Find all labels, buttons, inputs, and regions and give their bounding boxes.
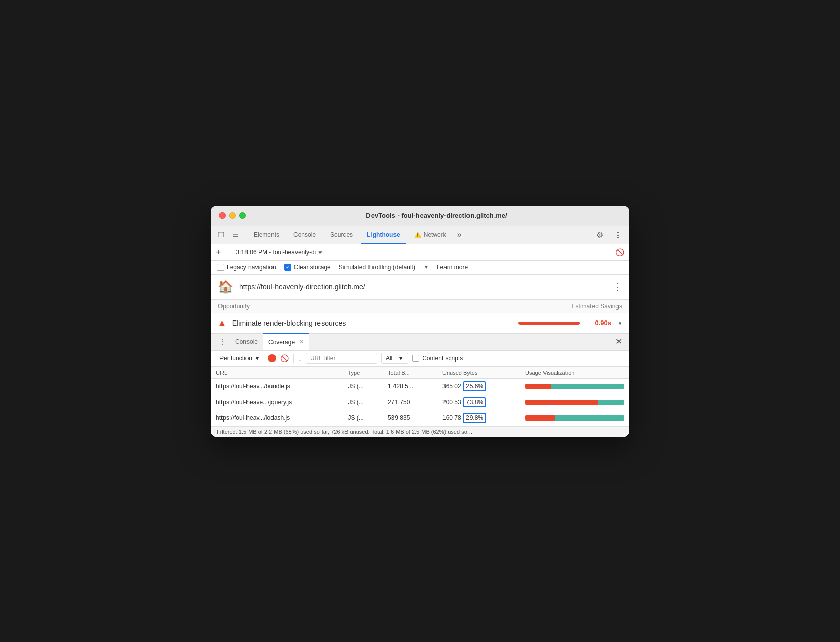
url-filter-input[interactable] <box>306 353 377 364</box>
more-options-icon[interactable]: ⋮ <box>611 228 625 242</box>
table-row[interactable]: https://foul-heave.../jquery.js JS (... … <box>211 394 629 410</box>
more-tabs-button[interactable]: » <box>454 230 465 239</box>
type-filter-select[interactable]: All ▼ <box>381 353 408 364</box>
viz-bar <box>525 384 624 389</box>
estimated-savings-label: Estimated Savings <box>572 303 622 310</box>
tab-bar: ❐ ▭ Elements Console Sources Lighthouse … <box>211 226 629 244</box>
tab-network[interactable]: Network <box>408 226 452 244</box>
devtools-body: ❐ ▭ Elements Console Sources Lighthouse … <box>211 226 629 437</box>
legacy-nav-checkbox-box[interactable] <box>217 264 224 271</box>
cell-viz <box>520 378 629 394</box>
panel-tab-console[interactable]: Console <box>230 333 263 350</box>
lighthouse-more-button[interactable]: ⋮ <box>613 281 622 292</box>
maximize-button[interactable] <box>239 212 246 219</box>
toolbar-url-display: 3:18:06 PM - foul-heavenly-di ▼ <box>236 249 611 256</box>
audit-header: Opportunity Estimated Savings <box>211 300 629 313</box>
tab-sources[interactable]: Sources <box>324 226 359 244</box>
lighthouse-icon: 🏠 <box>218 280 233 294</box>
panel-tab-coverage[interactable]: Coverage ✕ <box>263 333 309 350</box>
window-title: DevTools - foul-heavenly-direction.glitc… <box>252 212 621 219</box>
coverage-tab-close[interactable]: ✕ <box>299 339 304 345</box>
viz-bar <box>525 400 624 405</box>
cell-type: JS (... <box>343 410 383 426</box>
viz-used <box>551 384 624 389</box>
stop-button[interactable]: 🚫 <box>280 354 289 363</box>
per-function-dropdown-icon: ▼ <box>254 355 260 362</box>
device-icon[interactable]: ▭ <box>229 229 241 241</box>
audit-warning-icon: ▲ <box>218 318 226 328</box>
close-button[interactable] <box>219 212 226 219</box>
viz-unused <box>525 384 551 389</box>
clear-storage-checkbox[interactable]: ✓ Clear storage <box>284 264 331 271</box>
col-total[interactable]: Total B... <box>383 367 437 379</box>
minimize-button[interactable] <box>229 212 236 219</box>
content-scripts-cb-box[interactable] <box>412 355 419 362</box>
devtools-window: DevTools - foul-heavenly-direction.glitc… <box>211 206 629 437</box>
audit-expand-chevron[interactable]: ∧ <box>617 319 622 327</box>
status-bar: Filtered: 1.5 MB of 2.2 MB (68%) used so… <box>211 426 629 437</box>
tab-settings-area: ⚙ ⋮ <box>592 228 625 242</box>
options-bar: Legacy navigation ✓ Clear storage Simula… <box>211 261 629 275</box>
coverage-table: URL Type Total B... Unused Bytes Usage V… <box>211 367 629 426</box>
url-dropdown-icon[interactable]: ▼ <box>318 250 323 255</box>
audit-time: 0.90s <box>586 319 611 327</box>
all-select-text[interactable]: All ▼ <box>381 353 408 364</box>
coverage-divider <box>293 354 294 363</box>
audit-row[interactable]: ▲ Eliminate render-blocking resources 0.… <box>211 313 629 333</box>
learn-more-link[interactable]: Learn more <box>437 264 468 271</box>
viz-bar <box>525 415 624 421</box>
cursor-icon[interactable]: ❐ <box>215 229 227 241</box>
block-button[interactable]: 🚫 <box>615 248 624 257</box>
lighthouse-url: https://foul-heavenly-direction.glitch.m… <box>239 283 607 291</box>
cell-url: https://foul-heav.../bundle.js <box>211 378 343 394</box>
throttling-dropdown-icon[interactable]: ▼ <box>424 264 429 270</box>
col-url[interactable]: URL <box>211 367 343 379</box>
add-button[interactable]: + <box>216 247 221 258</box>
throttling-label: Simulated throttling (default) <box>339 264 415 271</box>
cell-url: https://foul-heav.../lodash.js <box>211 410 343 426</box>
cell-unused: 365 02 25.6% <box>437 378 520 394</box>
cell-url: https://foul-heave.../jquery.js <box>211 394 343 410</box>
table-row[interactable]: https://foul-heav.../lodash.js JS (... 5… <box>211 410 629 426</box>
panel-tab-bar: ⋮ Console Coverage ✕ ✕ <box>211 334 629 351</box>
all-dropdown-icon: ▼ <box>398 355 404 362</box>
cell-total: 271 750 <box>383 394 437 410</box>
cell-type: JS (... <box>343 378 383 394</box>
viz-unused <box>525 415 555 421</box>
panel-more-icon[interactable]: ⋮ <box>215 338 230 346</box>
per-function-dropdown[interactable]: Per function ▼ <box>216 353 264 364</box>
table-row[interactable]: https://foul-heav.../bundle.js JS (... 1… <box>211 378 629 394</box>
clear-storage-checkbox-box[interactable]: ✓ <box>284 264 291 271</box>
lighthouse-url-bar: 🏠 https://foul-heavenly-direction.glitch… <box>211 275 629 300</box>
cell-unused: 200 53 73.8% <box>437 394 520 410</box>
tab-console[interactable]: Console <box>287 226 322 244</box>
col-type[interactable]: Type <box>343 367 383 379</box>
col-viz[interactable]: Usage Visualization <box>520 367 629 379</box>
cell-viz <box>520 410 629 426</box>
download-button[interactable]: ↓ <box>298 354 302 362</box>
unused-pct-badge: 29.8% <box>463 413 486 423</box>
unused-pct-badge: 25.6% <box>463 381 486 391</box>
audit-bar <box>518 322 580 325</box>
settings-icon[interactable]: ⚙ <box>592 228 607 242</box>
audit-item-label: Eliminate render-blocking resources <box>232 319 512 327</box>
cell-total: 1 428 5... <box>383 378 437 394</box>
panel-close-button[interactable]: ✕ <box>612 337 625 347</box>
toolbar: + 3:18:06 PM - foul-heavenly-di ▼ 🚫 <box>211 244 629 261</box>
record-button[interactable] <box>268 354 276 362</box>
traffic-lights <box>219 212 246 219</box>
title-bar: DevTools - foul-heavenly-direction.glitc… <box>211 206 629 226</box>
cell-total: 539 835 <box>383 410 437 426</box>
tab-lighthouse[interactable]: Lighthouse <box>361 226 406 244</box>
opportunity-label: Opportunity <box>218 303 250 310</box>
unused-pct-badge: 73.8% <box>463 397 486 407</box>
tab-elements[interactable]: Elements <box>248 226 285 244</box>
col-unused[interactable]: Unused Bytes <box>437 367 520 379</box>
tab-icons: ❐ ▭ <box>215 229 241 241</box>
bottom-panel: ⋮ Console Coverage ✕ ✕ Per function ▼ 🚫 <box>211 333 629 437</box>
table-header-row: URL Type Total B... Unused Bytes Usage V… <box>211 367 629 379</box>
legacy-nav-checkbox[interactable]: Legacy navigation <box>217 264 276 271</box>
cell-type: JS (... <box>343 394 383 410</box>
viz-unused <box>525 400 598 405</box>
content-scripts-checkbox[interactable]: Content scripts <box>412 355 463 362</box>
